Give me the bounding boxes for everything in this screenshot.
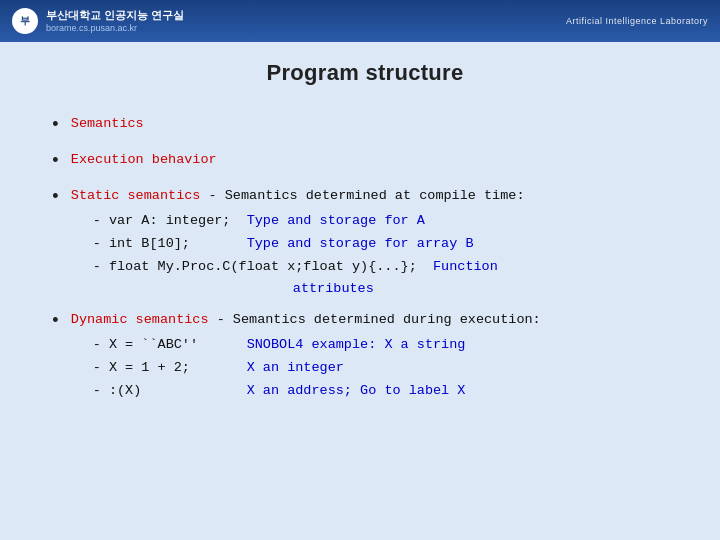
dash: - [93, 381, 101, 402]
continuation-line: attributes [93, 279, 525, 300]
list-item: • Dynamic semantics - Semantics determin… [50, 310, 680, 404]
sub-item: - float My.Proc.C(float x;float y){...};… [93, 257, 525, 278]
sub-item: - :(X) X an address; Go to label X [93, 381, 541, 402]
header-text: 부산대학교 인공지능 연구실 borame.cs.pusan.ac.kr [46, 9, 184, 32]
item-main-line: Dynamic semantics - Semantics determined… [71, 310, 541, 331]
continuation-text: attributes [293, 281, 374, 296]
desc-text: Type and storage for A [247, 213, 425, 228]
dash: - [93, 257, 101, 278]
sub-item: - X = 1 + 2; X an integer [93, 358, 541, 379]
sub-item-text: X = 1 + 2; X an integer [109, 358, 344, 379]
dynamic-sub-items: - X = ``ABC'' SNOBOL4 example: X a strin… [71, 335, 541, 402]
item-content: Execution behavior [71, 150, 217, 171]
static-semantics-label: Static semantics [71, 188, 201, 203]
bullet-dot: • [50, 184, 61, 212]
sub-item: - X = ``ABC'' SNOBOL4 example: X a strin… [93, 335, 541, 356]
sub-item-text: float My.Proc.C(float x;float y){...}; F… [109, 257, 498, 278]
static-semantics-desc: - Semantics determined at compile time: [200, 188, 524, 203]
dash: - [93, 234, 101, 255]
item-content: Dynamic semantics - Semantics determined… [71, 310, 541, 404]
dash: - [93, 211, 101, 232]
sub-item-text: int B[10]; Type and storage for array B [109, 234, 474, 255]
code-text: X = 1 + 2; [109, 360, 247, 375]
dynamic-semantics-desc: - Semantics determined during execution: [209, 312, 541, 327]
main-content: Program structure • Semantics • Executio… [0, 42, 720, 434]
logo-icon: 부 [12, 8, 38, 34]
header-left: 부 부산대학교 인공지능 연구실 borame.cs.pusan.ac.kr [12, 8, 184, 34]
header-bar: 부 부산대학교 인공지능 연구실 borame.cs.pusan.ac.kr A… [0, 0, 720, 42]
list-item: • Static semantics - Semantics determine… [50, 186, 680, 301]
code-text: X = ``ABC'' [109, 337, 247, 352]
desc-text: X an address; Go to label X [247, 383, 466, 398]
list-item: • Semantics [50, 114, 680, 140]
list-item: • Execution behavior [50, 150, 680, 176]
sub-item-text: var A: integer; Type and storage for A [109, 211, 425, 232]
desc-text: X an integer [247, 360, 344, 375]
university-url: borame.cs.pusan.ac.kr [46, 23, 184, 33]
code-text: var A: integer; [109, 213, 247, 228]
sub-item: - int B[10]; Type and storage for array … [93, 234, 525, 255]
desc-text: Function [433, 259, 498, 274]
item-text: Execution behavior [71, 152, 217, 167]
bullet-dot: • [50, 112, 61, 140]
item-text: Semantics [71, 116, 144, 131]
dash: - [93, 358, 101, 379]
dynamic-semantics-label: Dynamic semantics [71, 312, 209, 327]
lab-name: Artificial Intelligence Laboratory [566, 16, 708, 26]
sub-item: - var A: integer; Type and storage for A [93, 211, 525, 232]
logo-letter: 부 [20, 14, 30, 28]
item-main-line: Static semantics - Semantics determined … [71, 186, 525, 207]
code-text: float My.Proc.C(float x;float y){...}; [109, 259, 433, 274]
item-content: Semantics [71, 114, 144, 135]
page-title: Program structure [50, 60, 680, 86]
static-sub-items: - var A: integer; Type and storage for A… [71, 211, 525, 301]
university-title: 부산대학교 인공지능 연구실 [46, 9, 184, 22]
code-text: :(X) [109, 383, 247, 398]
item-content: Static semantics - Semantics determined … [71, 186, 525, 301]
sub-item-text: :(X) X an address; Go to label X [109, 381, 465, 402]
bullet-dot: • [50, 148, 61, 176]
sub-item-text: X = ``ABC'' SNOBOL4 example: X a string [109, 335, 465, 356]
bullet-list: • Semantics • Execution behavior • Stati… [50, 114, 680, 404]
bullet-dot: • [50, 308, 61, 336]
dash: - [93, 335, 101, 356]
code-text: int B[10]; [109, 236, 247, 251]
desc-text: Type and storage for array B [247, 236, 474, 251]
desc-text: SNOBOL4 example: X a string [247, 337, 466, 352]
